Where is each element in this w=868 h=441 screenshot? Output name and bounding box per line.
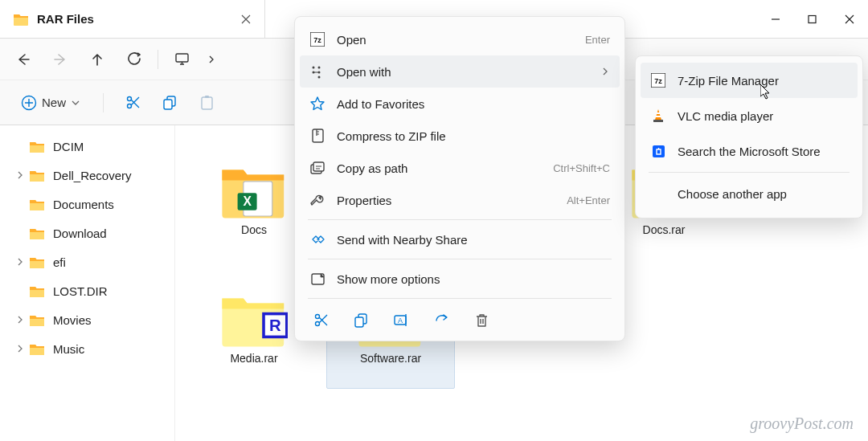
ctx-shortcut: Alt+Enter [567, 194, 610, 206]
ctx-compress[interactable]: Compress to ZIP file [300, 120, 620, 152]
copy-button[interactable] [351, 312, 371, 328]
plus-icon [21, 95, 37, 111]
tree-label: LOST.DIR [53, 284, 108, 298]
tree-label: efi [53, 255, 66, 269]
rar-icon [220, 292, 288, 349]
new-button[interactable]: New [11, 90, 90, 116]
paste-button[interactable] [190, 88, 223, 117]
copy-path-icon [309, 160, 326, 176]
tree-item-download[interactable]: Download [0, 218, 174, 247]
openwith-label: VLC media player [678, 109, 848, 123]
file-label: Docs [241, 223, 267, 236]
openwith-label: Choose another app [678, 187, 848, 201]
up-button[interactable] [80, 45, 114, 74]
ctx-more-options[interactable]: Show more options [300, 263, 620, 295]
folder-icon [29, 284, 45, 297]
ctx-properties[interactable]: Properties Alt+Enter [300, 184, 620, 216]
openwith-another[interactable]: Choose another app [641, 176, 858, 211]
folder-icon [29, 169, 45, 182]
tree-item-lost-dir[interactable]: LOST.DIR [0, 276, 174, 305]
ctx-nearby-share[interactable]: Send with Nearby Share [300, 223, 620, 255]
folder-icon [29, 313, 45, 326]
tab-title: RAR Files [37, 12, 232, 26]
star-icon [309, 96, 326, 112]
file-label: Docs.rar [643, 223, 686, 236]
cut-button[interactable] [117, 88, 149, 117]
minimize-button[interactable] [757, 0, 794, 39]
open-with-icon [309, 63, 326, 80]
close-button[interactable] [831, 0, 868, 39]
tree-label: Download [53, 227, 107, 240]
back-button[interactable] [6, 45, 40, 74]
share-button[interactable] [432, 312, 451, 328]
folder-icon [29, 227, 45, 239]
folder-icon [29, 255, 45, 268]
ctx-open[interactable]: Open Enter [300, 23, 620, 55]
folder-icon [220, 164, 288, 220]
cut-button[interactable] [311, 312, 330, 328]
sevenzip-icon [309, 31, 326, 47]
ctx-label: Send with Nearby Share [337, 233, 610, 247]
blank-icon [650, 186, 666, 202]
svg-rect-30 [809, 15, 816, 22]
folder-tree: DCIM Dell_Recovery Documents Download ef… [0, 125, 175, 441]
folder-icon [13, 12, 29, 26]
nearby-icon [309, 231, 326, 247]
window-controls [757, 0, 868, 39]
context-menu: Open Enter Open with Add to Favorites Co… [294, 16, 625, 341]
open-with-submenu: 7-Zip File Manager VLC media player Sear… [635, 55, 863, 218]
tree-item-efi[interactable]: efi [0, 247, 174, 276]
openwith-7zip[interactable]: 7-Zip File Manager [641, 63, 858, 98]
tree-item-music[interactable]: Music [0, 334, 174, 363]
ctx-label: Compress to ZIP file [337, 129, 610, 143]
ctx-label: Open [337, 33, 574, 47]
tree-item-dcim[interactable]: DCIM [0, 132, 174, 161]
openwith-store[interactable]: Search the Microsoft Store [641, 133, 858, 169]
separator [308, 219, 612, 220]
separator [649, 172, 850, 173]
tree-label: Music [53, 342, 84, 356]
copy-button[interactable] [154, 88, 186, 117]
address-pc-icon[interactable] [165, 45, 199, 74]
chevron-right-icon[interactable] [14, 314, 26, 325]
chevron-down-icon [71, 98, 80, 108]
address-chevron-icon[interactable] [202, 45, 221, 74]
ctx-favorites[interactable]: Add to Favorites [300, 88, 620, 120]
tree-label: Dell_Recovery [53, 169, 132, 182]
rename-button[interactable] [391, 312, 411, 328]
delete-button[interactable] [472, 312, 491, 328]
ctx-label: Add to Favorites [337, 97, 610, 111]
chevron-right-icon[interactable] [14, 169, 26, 181]
refresh-button[interactable] [117, 45, 151, 74]
tree-item-dell-recovery[interactable]: Dell_Recovery [0, 161, 174, 190]
chevron-right-icon[interactable] [14, 256, 26, 267]
watermark: groovyPost.com [750, 414, 854, 433]
file-label: Software.rar [360, 352, 421, 365]
ctx-label: Copy as path [337, 161, 542, 175]
ctx-label: Properties [337, 194, 555, 207]
tree-item-documents[interactable]: Documents [0, 190, 174, 218]
store-icon [650, 143, 666, 159]
folder-icon [29, 140, 45, 153]
tab[interactable]: RAR Files [0, 0, 265, 38]
separator [308, 298, 612, 299]
maximize-button[interactable] [794, 0, 831, 39]
ctx-shortcut: Enter [585, 34, 610, 46]
openwith-vlc[interactable]: VLC media player [641, 98, 858, 133]
tree-label: Documents [53, 198, 114, 211]
zip-icon [309, 128, 326, 144]
ctx-open-with[interactable]: Open with [300, 55, 620, 88]
forward-button[interactable] [43, 45, 77, 74]
ctx-copy-path[interactable]: Copy as path Ctrl+Shift+C [300, 152, 620, 184]
tree-item-movies[interactable]: Movies [0, 305, 174, 334]
ctx-shortcut: Ctrl+Shift+C [553, 162, 610, 174]
ctx-icon-row [300, 302, 620, 334]
wrench-icon [309, 192, 326, 208]
openwith-label: Search the Microsoft Store [678, 145, 848, 158]
tab-close-button[interactable] [240, 14, 252, 25]
chevron-right-icon[interactable] [14, 343, 26, 354]
folder-icon [29, 342, 45, 355]
more-icon [309, 271, 326, 287]
tree-label: DCIM [53, 140, 84, 153]
separator [308, 259, 612, 259]
